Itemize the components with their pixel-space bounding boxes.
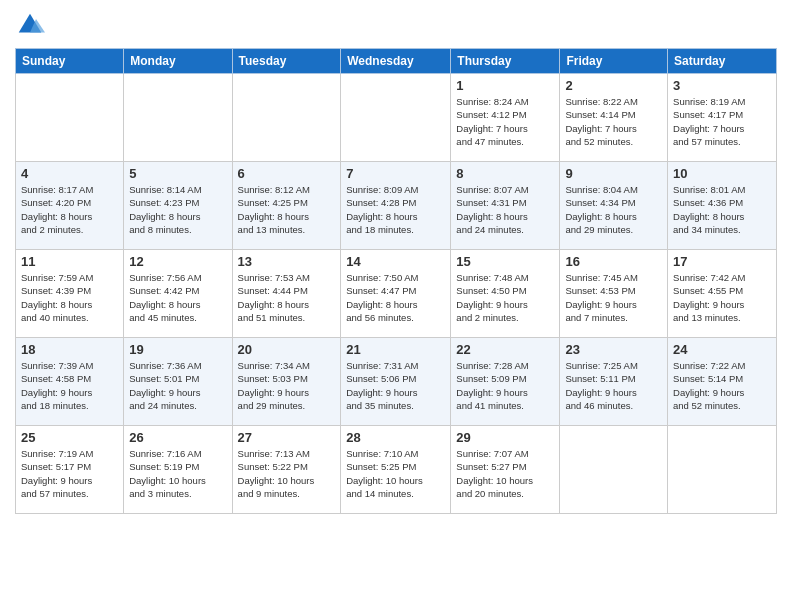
calendar-cell: 5Sunrise: 8:14 AM Sunset: 4:23 PM Daylig…	[124, 162, 232, 250]
day-number: 16	[565, 254, 662, 269]
calendar-cell	[232, 74, 341, 162]
day-detail: Sunrise: 8:19 AM Sunset: 4:17 PM Dayligh…	[673, 95, 771, 148]
day-detail: Sunrise: 7:31 AM Sunset: 5:06 PM Dayligh…	[346, 359, 445, 412]
header	[15, 10, 777, 40]
day-number: 22	[456, 342, 554, 357]
weekday-tuesday: Tuesday	[232, 49, 341, 74]
calendar-cell: 20Sunrise: 7:34 AM Sunset: 5:03 PM Dayli…	[232, 338, 341, 426]
day-number: 2	[565, 78, 662, 93]
day-detail: Sunrise: 8:24 AM Sunset: 4:12 PM Dayligh…	[456, 95, 554, 148]
day-detail: Sunrise: 7:36 AM Sunset: 5:01 PM Dayligh…	[129, 359, 226, 412]
week-row-3: 11Sunrise: 7:59 AM Sunset: 4:39 PM Dayli…	[16, 250, 777, 338]
day-detail: Sunrise: 8:22 AM Sunset: 4:14 PM Dayligh…	[565, 95, 662, 148]
day-number: 4	[21, 166, 118, 181]
calendar-cell: 18Sunrise: 7:39 AM Sunset: 4:58 PM Dayli…	[16, 338, 124, 426]
calendar-cell: 23Sunrise: 7:25 AM Sunset: 5:11 PM Dayli…	[560, 338, 668, 426]
calendar-body: 1Sunrise: 8:24 AM Sunset: 4:12 PM Daylig…	[16, 74, 777, 514]
weekday-header-row: SundayMondayTuesdayWednesdayThursdayFrid…	[16, 49, 777, 74]
day-detail: Sunrise: 8:07 AM Sunset: 4:31 PM Dayligh…	[456, 183, 554, 236]
day-detail: Sunrise: 7:10 AM Sunset: 5:25 PM Dayligh…	[346, 447, 445, 500]
day-number: 15	[456, 254, 554, 269]
day-number: 20	[238, 342, 336, 357]
day-number: 7	[346, 166, 445, 181]
day-detail: Sunrise: 7:22 AM Sunset: 5:14 PM Dayligh…	[673, 359, 771, 412]
logo-icon	[15, 10, 45, 40]
calendar-cell: 22Sunrise: 7:28 AM Sunset: 5:09 PM Dayli…	[451, 338, 560, 426]
calendar-cell: 29Sunrise: 7:07 AM Sunset: 5:27 PM Dayli…	[451, 426, 560, 514]
day-number: 13	[238, 254, 336, 269]
calendar-cell: 15Sunrise: 7:48 AM Sunset: 4:50 PM Dayli…	[451, 250, 560, 338]
weekday-saturday: Saturday	[668, 49, 777, 74]
calendar-cell: 12Sunrise: 7:56 AM Sunset: 4:42 PM Dayli…	[124, 250, 232, 338]
day-detail: Sunrise: 8:01 AM Sunset: 4:36 PM Dayligh…	[673, 183, 771, 236]
calendar-cell: 7Sunrise: 8:09 AM Sunset: 4:28 PM Daylig…	[341, 162, 451, 250]
calendar-cell	[124, 74, 232, 162]
page: SundayMondayTuesdayWednesdayThursdayFrid…	[0, 0, 792, 612]
week-row-4: 18Sunrise: 7:39 AM Sunset: 4:58 PM Dayli…	[16, 338, 777, 426]
day-number: 24	[673, 342, 771, 357]
day-detail: Sunrise: 7:50 AM Sunset: 4:47 PM Dayligh…	[346, 271, 445, 324]
calendar-cell: 9Sunrise: 8:04 AM Sunset: 4:34 PM Daylig…	[560, 162, 668, 250]
calendar-cell: 16Sunrise: 7:45 AM Sunset: 4:53 PM Dayli…	[560, 250, 668, 338]
calendar-cell: 25Sunrise: 7:19 AM Sunset: 5:17 PM Dayli…	[16, 426, 124, 514]
calendar-cell	[668, 426, 777, 514]
week-row-2: 4Sunrise: 8:17 AM Sunset: 4:20 PM Daylig…	[16, 162, 777, 250]
day-detail: Sunrise: 7:25 AM Sunset: 5:11 PM Dayligh…	[565, 359, 662, 412]
day-detail: Sunrise: 7:48 AM Sunset: 4:50 PM Dayligh…	[456, 271, 554, 324]
calendar-cell: 13Sunrise: 7:53 AM Sunset: 4:44 PM Dayli…	[232, 250, 341, 338]
day-number: 25	[21, 430, 118, 445]
calendar-cell	[16, 74, 124, 162]
calendar-cell: 4Sunrise: 8:17 AM Sunset: 4:20 PM Daylig…	[16, 162, 124, 250]
day-detail: Sunrise: 8:17 AM Sunset: 4:20 PM Dayligh…	[21, 183, 118, 236]
day-number: 12	[129, 254, 226, 269]
week-row-5: 25Sunrise: 7:19 AM Sunset: 5:17 PM Dayli…	[16, 426, 777, 514]
calendar-cell: 28Sunrise: 7:10 AM Sunset: 5:25 PM Dayli…	[341, 426, 451, 514]
day-number: 10	[673, 166, 771, 181]
weekday-wednesday: Wednesday	[341, 49, 451, 74]
day-number: 5	[129, 166, 226, 181]
calendar-cell: 26Sunrise: 7:16 AM Sunset: 5:19 PM Dayli…	[124, 426, 232, 514]
calendar-cell: 6Sunrise: 8:12 AM Sunset: 4:25 PM Daylig…	[232, 162, 341, 250]
calendar-cell: 17Sunrise: 7:42 AM Sunset: 4:55 PM Dayli…	[668, 250, 777, 338]
calendar-cell: 8Sunrise: 8:07 AM Sunset: 4:31 PM Daylig…	[451, 162, 560, 250]
day-detail: Sunrise: 7:53 AM Sunset: 4:44 PM Dayligh…	[238, 271, 336, 324]
calendar-cell: 1Sunrise: 8:24 AM Sunset: 4:12 PM Daylig…	[451, 74, 560, 162]
calendar-cell: 10Sunrise: 8:01 AM Sunset: 4:36 PM Dayli…	[668, 162, 777, 250]
day-number: 14	[346, 254, 445, 269]
day-detail: Sunrise: 7:42 AM Sunset: 4:55 PM Dayligh…	[673, 271, 771, 324]
logo	[15, 10, 49, 40]
day-number: 6	[238, 166, 336, 181]
day-number: 21	[346, 342, 445, 357]
day-detail: Sunrise: 8:14 AM Sunset: 4:23 PM Dayligh…	[129, 183, 226, 236]
day-detail: Sunrise: 7:07 AM Sunset: 5:27 PM Dayligh…	[456, 447, 554, 500]
calendar-cell	[560, 426, 668, 514]
day-number: 23	[565, 342, 662, 357]
calendar-cell: 27Sunrise: 7:13 AM Sunset: 5:22 PM Dayli…	[232, 426, 341, 514]
day-number: 28	[346, 430, 445, 445]
day-detail: Sunrise: 7:19 AM Sunset: 5:17 PM Dayligh…	[21, 447, 118, 500]
day-detail: Sunrise: 7:13 AM Sunset: 5:22 PM Dayligh…	[238, 447, 336, 500]
weekday-sunday: Sunday	[16, 49, 124, 74]
day-detail: Sunrise: 8:09 AM Sunset: 4:28 PM Dayligh…	[346, 183, 445, 236]
week-row-1: 1Sunrise: 8:24 AM Sunset: 4:12 PM Daylig…	[16, 74, 777, 162]
calendar-cell: 21Sunrise: 7:31 AM Sunset: 5:06 PM Dayli…	[341, 338, 451, 426]
calendar-cell	[341, 74, 451, 162]
day-detail: Sunrise: 7:16 AM Sunset: 5:19 PM Dayligh…	[129, 447, 226, 500]
day-detail: Sunrise: 7:45 AM Sunset: 4:53 PM Dayligh…	[565, 271, 662, 324]
day-detail: Sunrise: 7:34 AM Sunset: 5:03 PM Dayligh…	[238, 359, 336, 412]
calendar-cell: 14Sunrise: 7:50 AM Sunset: 4:47 PM Dayli…	[341, 250, 451, 338]
calendar: SundayMondayTuesdayWednesdayThursdayFrid…	[15, 48, 777, 514]
day-number: 11	[21, 254, 118, 269]
day-number: 27	[238, 430, 336, 445]
day-number: 3	[673, 78, 771, 93]
day-number: 8	[456, 166, 554, 181]
day-number: 9	[565, 166, 662, 181]
day-detail: Sunrise: 7:59 AM Sunset: 4:39 PM Dayligh…	[21, 271, 118, 324]
day-detail: Sunrise: 8:12 AM Sunset: 4:25 PM Dayligh…	[238, 183, 336, 236]
day-number: 19	[129, 342, 226, 357]
weekday-friday: Friday	[560, 49, 668, 74]
day-detail: Sunrise: 8:04 AM Sunset: 4:34 PM Dayligh…	[565, 183, 662, 236]
calendar-cell: 24Sunrise: 7:22 AM Sunset: 5:14 PM Dayli…	[668, 338, 777, 426]
calendar-cell: 11Sunrise: 7:59 AM Sunset: 4:39 PM Dayli…	[16, 250, 124, 338]
day-number: 18	[21, 342, 118, 357]
